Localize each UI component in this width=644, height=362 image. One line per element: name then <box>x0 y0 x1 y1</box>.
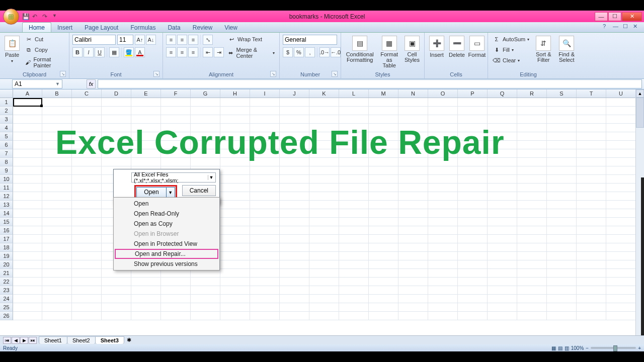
cell[interactable] <box>369 175 398 184</box>
close-button[interactable]: ✕ <box>622 12 642 21</box>
row-header[interactable]: 10 <box>0 175 13 184</box>
cell[interactable] <box>250 192 280 201</box>
tab-data[interactable]: Data <box>162 23 186 32</box>
cell[interactable] <box>547 218 577 226</box>
cell[interactable] <box>72 235 102 243</box>
merge-center-button[interactable]: ⬌Merge & Center▾ <box>226 46 276 59</box>
cell[interactable] <box>577 201 606 209</box>
cell[interactable] <box>517 226 547 235</box>
column-header[interactable]: A <box>13 89 42 98</box>
cell[interactable] <box>488 98 517 107</box>
cell[interactable] <box>458 209 488 218</box>
cell[interactable] <box>369 260 398 269</box>
sheet-tab-2[interactable]: Sheet2 <box>67 336 96 344</box>
cell[interactable] <box>547 132 577 141</box>
cell[interactable] <box>220 115 250 124</box>
cell[interactable] <box>250 175 280 184</box>
cell[interactable] <box>606 149 636 158</box>
tab-home[interactable]: Home <box>22 22 51 32</box>
cell[interactable] <box>339 192 369 201</box>
spreadsheet-grid[interactable]: ABCDEFGHIJKLMNOPQRSTU 123456789101112131… <box>0 89 644 337</box>
underline-button[interactable]: U <box>95 47 105 57</box>
sheet-nav-first[interactable]: ⏮ <box>3 337 11 344</box>
cell[interactable] <box>369 98 398 107</box>
cell[interactable] <box>102 303 131 312</box>
cell[interactable] <box>458 286 488 295</box>
cell[interactable] <box>161 115 191 124</box>
cell[interactable] <box>191 312 220 320</box>
decrease-indent-button[interactable]: ⇤ <box>203 47 213 57</box>
cell[interactable] <box>517 141 547 149</box>
column-header[interactable]: S <box>547 89 577 98</box>
cell[interactable] <box>250 201 280 209</box>
cell[interactable] <box>13 124 42 132</box>
row-header[interactable]: 21 <box>0 269 13 278</box>
fill-color-button[interactable]: 🪣 <box>124 47 134 57</box>
cell[interactable] <box>606 115 636 124</box>
cell[interactable] <box>369 209 398 218</box>
minimize-button[interactable]: — <box>595 12 608 21</box>
cell[interactable] <box>250 235 280 243</box>
cell[interactable] <box>428 226 458 235</box>
cell[interactable] <box>606 260 636 269</box>
cell[interactable] <box>72 218 102 226</box>
cell[interactable] <box>398 201 428 209</box>
cell[interactable] <box>309 218 339 226</box>
cell[interactable] <box>161 303 191 312</box>
cell[interactable] <box>577 98 606 107</box>
cell[interactable] <box>13 260 42 269</box>
cell[interactable] <box>488 166 517 175</box>
column-header[interactable]: H <box>220 89 250 98</box>
cell[interactable] <box>547 184 577 192</box>
cell[interactable] <box>606 98 636 107</box>
column-header[interactable]: K <box>309 89 339 98</box>
row-header[interactable]: 20 <box>0 260 13 269</box>
column-header[interactable]: I <box>250 89 280 98</box>
cell[interactable] <box>517 218 547 226</box>
cell[interactable] <box>517 260 547 269</box>
cell[interactable] <box>280 269 309 278</box>
cell[interactable] <box>577 312 606 320</box>
cell[interactable] <box>547 115 577 124</box>
cell[interactable] <box>577 218 606 226</box>
cell[interactable] <box>220 218 250 226</box>
cell[interactable] <box>458 175 488 184</box>
row-header[interactable]: 25 <box>0 303 13 312</box>
cell[interactable] <box>458 243 488 252</box>
cell[interactable] <box>577 192 606 201</box>
cell[interactable] <box>577 295 606 303</box>
select-all-corner[interactable] <box>0 89 13 98</box>
cell[interactable] <box>339 115 369 124</box>
cell[interactable] <box>13 149 42 158</box>
cell[interactable] <box>13 252 42 260</box>
cell[interactable] <box>398 226 428 235</box>
cell[interactable] <box>488 201 517 209</box>
cell[interactable] <box>13 235 42 243</box>
cell[interactable] <box>517 192 547 201</box>
cell[interactable] <box>309 235 339 243</box>
cell[interactable] <box>309 209 339 218</box>
cell[interactable] <box>547 269 577 278</box>
menu-show-previous[interactable]: Show previous versions <box>114 259 219 269</box>
cell[interactable] <box>606 295 636 303</box>
cell[interactable] <box>547 286 577 295</box>
cell[interactable] <box>517 235 547 243</box>
cell[interactable] <box>280 166 309 175</box>
cell[interactable] <box>577 166 606 175</box>
cell[interactable] <box>458 226 488 235</box>
cell[interactable] <box>428 243 458 252</box>
column-header[interactable]: J <box>280 89 309 98</box>
cell[interactable] <box>488 269 517 278</box>
cell[interactable] <box>606 192 636 201</box>
cell[interactable] <box>13 312 42 320</box>
cell[interactable] <box>220 303 250 312</box>
cell[interactable] <box>458 269 488 278</box>
cell[interactable] <box>161 312 191 320</box>
cell[interactable] <box>517 286 547 295</box>
cell[interactable] <box>339 98 369 107</box>
cell[interactable] <box>517 132 547 141</box>
cell[interactable] <box>42 312 72 320</box>
cell[interactable] <box>250 209 280 218</box>
cell[interactable] <box>131 115 161 124</box>
cell[interactable] <box>13 269 42 278</box>
